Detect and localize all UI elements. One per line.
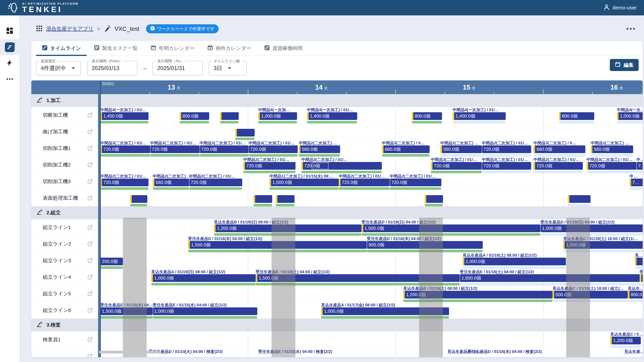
- task-bar[interactable]: [220, 112, 239, 120]
- logo-text: AI OPTIMIZATION PLATFORM TENKEI: [22, 2, 78, 13]
- tab-5[interactable]: 資源稼働時間: [258, 41, 308, 56]
- task-bar[interactable]: 1,000.0個: [258, 112, 297, 120]
- setup-segment: [552, 291, 554, 299]
- open-resource-icon[interactable]: [87, 307, 93, 313]
- sidebar-item-timeline[interactable]: [0, 39, 19, 55]
- task-bar[interactable]: [254, 195, 272, 203]
- task-bar[interactable]: 560.0個: [440, 145, 482, 153]
- task-bar[interactable]: 720.0個: [248, 145, 298, 153]
- sidebar-item-more[interactable]: [0, 71, 19, 87]
- horizontal-scrollbar-thumb[interactable]: [99, 351, 159, 354]
- task-bar[interactable]: 800.0: [628, 291, 643, 299]
- open-resource-icon[interactable]: [87, 258, 93, 263]
- open-resource-icon[interactable]: [87, 225, 93, 230]
- task-bar[interactable]: 720.0個: [100, 145, 150, 153]
- day-header-16: 16木: [543, 80, 643, 94]
- task-bar[interactable]: 720.0個: [482, 162, 531, 170]
- task-bar[interactable]: [635, 258, 643, 265]
- open-resource-icon[interactable]: [87, 145, 93, 151]
- task-bar[interactable]: [235, 129, 254, 136]
- task-bar[interactable]: 720.0個: [431, 162, 482, 170]
- open-resource-icon[interactable]: [87, 195, 93, 201]
- setup-segment: [563, 241, 565, 249]
- task-bar[interactable]: 7…: [630, 179, 643, 186]
- task-bar[interactable]: 720.0個: [200, 145, 248, 153]
- task-bar[interactable]: 1,400.0個: [452, 112, 506, 120]
- task-bar[interactable]: 6…: [640, 274, 643, 282]
- task-bar[interactable]: 1,000.0個: [151, 274, 256, 282]
- page: AI OPTIMIZATION PLATFORM TENKEI demo-use…: [0, 0, 644, 362]
- open-resource-icon[interactable]: [87, 353, 93, 357]
- task-bar[interactable]: 660.0個: [533, 145, 585, 153]
- task-bar[interactable]: 720.0個: [390, 179, 441, 186]
- task-bar[interactable]: 7…: [636, 162, 643, 170]
- open-resource-icon[interactable]: [87, 129, 93, 134]
- task-bar[interactable]: 800.0個: [412, 112, 442, 120]
- task-title: 見込生…: [628, 286, 643, 291]
- open-resource-icon[interactable]: [87, 162, 93, 168]
- open-resource-icon[interactable]: [87, 179, 93, 184]
- task-bar[interactable]: 200.0個: [100, 258, 123, 265]
- task-bar[interactable]: 1,000.0個: [269, 179, 339, 186]
- task-bar[interactable]: 1,500.0個: [540, 225, 643, 232]
- selected-segment-outline: [312, 162, 328, 169]
- tab-4[interactable]: 例外カレンダー: [202, 41, 257, 56]
- user-menu[interactable]: demo-user: [603, 4, 636, 12]
- task-bar[interactable]: 560.0個: [299, 145, 340, 153]
- tab-1[interactable]: タイムライン: [36, 41, 87, 56]
- open-resource-icon[interactable]: [87, 112, 93, 118]
- open-resource-icon[interactable]: [87, 241, 93, 247]
- progress-underline-done: [153, 316, 257, 319]
- task-bar[interactable]: 1,000.0個: [463, 258, 566, 265]
- task-bar[interactable]: 800.0個: [180, 112, 209, 120]
- sidebar-item-bolt[interactable]: [0, 55, 19, 71]
- task-bar[interactable]: 1,500.0個: [460, 274, 640, 282]
- timeline-header-scale: 2025/113月14火15水16木: [100, 80, 643, 94]
- task-bar[interactable]: 720.0個: [100, 179, 148, 186]
- open-resource-icon[interactable]: [87, 337, 93, 343]
- open-resource-icon[interactable]: [87, 274, 93, 280]
- day-number: 16: [610, 84, 618, 91]
- progress-underline-done: [100, 121, 148, 123]
- period-from-field[interactable]: 表示期間（From） 2025/01/13: [87, 61, 137, 75]
- task-bar[interactable]: 720.0個: [150, 145, 200, 153]
- task-bar[interactable]: 720.0個: [339, 179, 390, 186]
- task-bar[interactable]: 1,400.0個: [100, 112, 148, 120]
- progress-underline-done: [431, 171, 482, 173]
- edit-button[interactable]: 編集: [610, 59, 639, 71]
- open-resource-icon[interactable]: [87, 291, 93, 297]
- tab-3[interactable]: 年間カレンダー: [145, 41, 200, 56]
- task-title: 見込生産…: [624, 349, 643, 354]
- day-tick: [248, 89, 248, 94]
- task-bar[interactable]: [424, 195, 443, 203]
- timeline-span-select[interactable]: タイムライン幅 3日: [209, 61, 247, 75]
- sidebar-item-dashboard[interactable]: [0, 23, 19, 39]
- task-bar[interactable]: [130, 195, 147, 203]
- task-bar[interactable]: 560.0個: [153, 179, 189, 186]
- task-bar[interactable]: 1,000.0個: [617, 112, 643, 120]
- task-bar[interactable]: 660.0個: [382, 145, 430, 153]
- task-bar[interactable]: 560.0個: [591, 145, 633, 153]
- tab-2[interactable]: 製造タスク一覧: [88, 41, 143, 56]
- task-bar[interactable]: 1,500.0個: [362, 225, 540, 232]
- task-bar[interactable]: [568, 195, 590, 203]
- resource-select[interactable]: 資源選択 4件選択中: [36, 61, 81, 75]
- task-bar[interactable]: 720.0個: [243, 162, 296, 170]
- task-bar[interactable]: 1,000.0個: [153, 307, 257, 315]
- task-bar[interactable]: [276, 195, 294, 203]
- task-bar[interactable]: 720.0個: [189, 179, 242, 186]
- progress-underline-planned: [559, 121, 594, 123]
- apps-grid-icon[interactable]: [36, 25, 42, 32]
- task-quantity: 720.0個: [536, 163, 552, 169]
- task-bar[interactable]: 1,400.0個: [307, 112, 357, 120]
- task-bar[interactable]: 1,200.0個: [610, 337, 641, 345]
- task-bar[interactable]: 720.0個: [301, 162, 382, 170]
- more-menu-icon[interactable]: •••: [626, 25, 636, 33]
- task-bar[interactable]: 800.0個: [559, 112, 594, 120]
- period-to-field[interactable]: 表示期間（To） 2025/01/31: [152, 61, 203, 75]
- task-bar[interactable]: 720.0個: [482, 145, 531, 153]
- task-bar[interactable]: 500.0個: [552, 291, 628, 299]
- breadcrumb-app-link[interactable]: 混合生産デモアプリ: [46, 25, 94, 32]
- task-bar[interactable]: 720.0個: [586, 162, 636, 170]
- task-bar[interactable]: 720.0個: [533, 162, 583, 170]
